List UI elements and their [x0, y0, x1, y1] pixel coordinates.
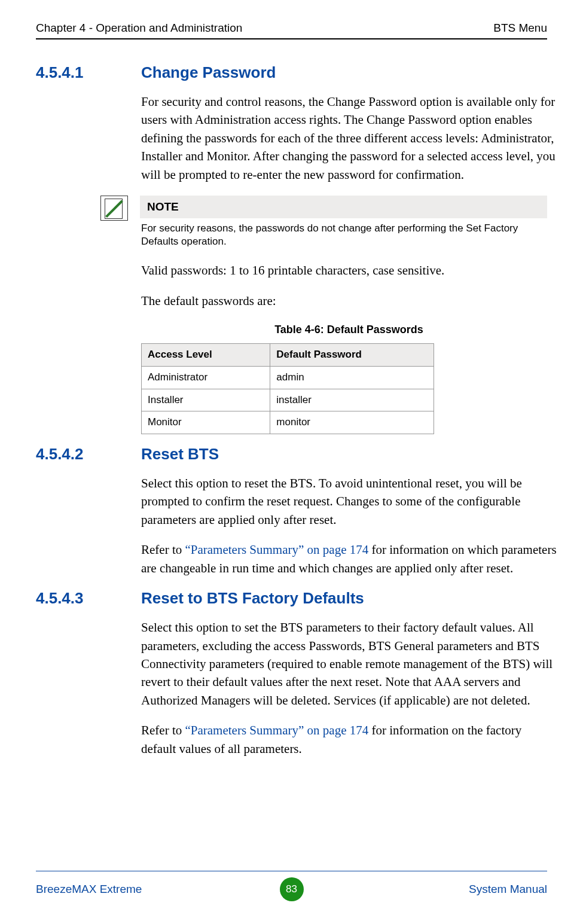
footer-left: BreezeMAX Extreme [36, 883, 191, 896]
note-label: NOTE [140, 196, 547, 218]
sec2-title: Reset BTS [141, 445, 219, 463]
sec2-number: 4.5.4.2 [36, 445, 108, 463]
footer-rule [36, 871, 547, 871]
sec2-para1: Select this option to reset the BTS. To … [141, 474, 557, 529]
table-row: Administrator admin [142, 366, 434, 389]
note-icon [100, 196, 128, 221]
table-cell: monitor [270, 411, 434, 434]
sec1-validpw: Valid passwords: 1 to 16 printable chara… [141, 261, 557, 279]
table-cell: Administrator [142, 366, 270, 389]
note-body: For security reasons, the passwords do n… [140, 222, 547, 248]
table-row: Installer installer [142, 389, 434, 411]
params-summary-link[interactable]: “Parameters Summary” on page 174 [185, 542, 368, 557]
table-cell: Monitor [142, 411, 270, 434]
xref-pre: Refer to [141, 542, 185, 557]
table-caption: Table 4-6: Default Passwords [141, 322, 557, 337]
runhead-left: Chapter 4 - Operation and Administration [36, 22, 242, 35]
table-header-password: Default Password [270, 344, 434, 367]
sec1-para1: For security and control reasons, the Ch… [141, 93, 557, 184]
table-header-access: Access Level [142, 344, 270, 367]
table-cell: Installer [142, 389, 270, 411]
table-cell: admin [270, 366, 434, 389]
top-rule [36, 38, 547, 39]
sec3-title: Reset to BTS Factory Defaults [141, 589, 364, 608]
page-number-badge: 83 [280, 877, 304, 901]
sec1-number: 4.5.4.1 [36, 63, 108, 82]
sec1-default-intro: The default passwords are: [141, 292, 557, 310]
runhead-right: BTS Menu [493, 22, 547, 35]
default-passwords-table: Access Level Default Password Administra… [141, 343, 434, 434]
sec2-para2: Refer to “Parameters Summary” on page 17… [141, 541, 557, 577]
sec1-title: Change Password [141, 63, 276, 82]
footer-right: System Manual [392, 883, 547, 896]
sec3-para2: Refer to “Parameters Summary” on page 17… [141, 721, 557, 758]
sec3-para1: Select this option to set the BTS parame… [141, 618, 557, 709]
table-row: Monitor monitor [142, 411, 434, 434]
params-summary-link-2[interactable]: “Parameters Summary” on page 174 [185, 723, 368, 737]
xref-pre: Refer to [141, 723, 185, 737]
table-cell: installer [270, 389, 434, 411]
sec3-number: 4.5.4.3 [36, 589, 108, 608]
